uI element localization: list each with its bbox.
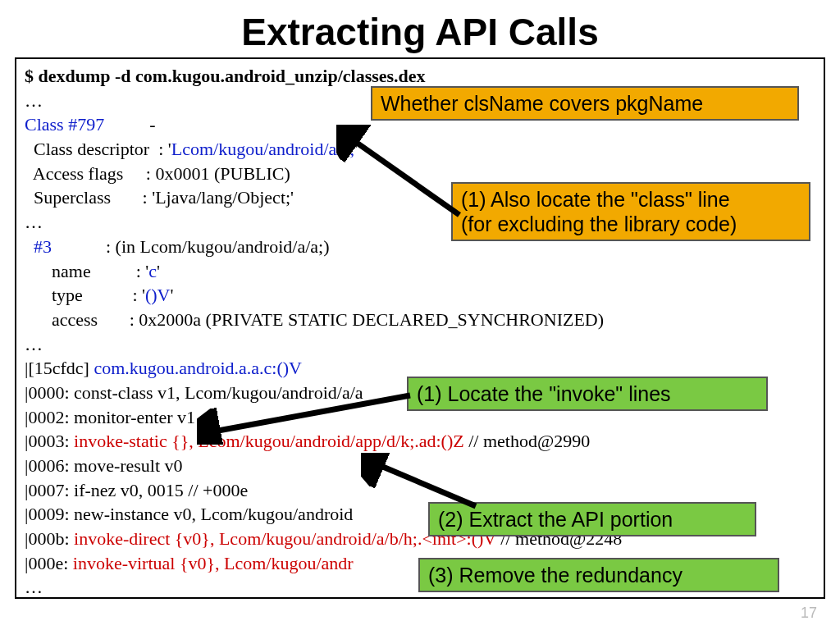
- svg-line-3: [209, 395, 410, 432]
- svg-line-1: [349, 137, 459, 215]
- callout-locate-invoke: (1) Locate the "invoke" lines: [407, 377, 768, 411]
- arrow-to-invoke: [197, 387, 427, 445]
- code-box: $ dexdump -d com.kugou.android_unzip/cla…: [15, 57, 825, 599]
- page-number: 17: [801, 605, 817, 622]
- callout-class-line: (1) Also locate the "class" line (for ex…: [451, 182, 810, 241]
- cmd-line: $ dexdump -d com.kugou.android_unzip/cla…: [25, 64, 815, 89]
- method-name: name : 'c': [25, 259, 815, 284]
- method-access: access : 0x2000a (PRIVATE STATIC DECLARE…: [25, 308, 815, 332]
- ellipsis: …: [25, 332, 815, 357]
- callout-clsname: Whether clsName covers pkgName: [371, 86, 799, 121]
- svg-line-5: [373, 463, 476, 506]
- method-type: type : '()V': [25, 283, 815, 308]
- arrow-to-api-portion: [361, 453, 492, 518]
- callout-remove-redundancy: (3) Remove the redundancy: [418, 558, 779, 592]
- page-title: Extracting API Calls: [0, 10, 840, 54]
- arrow-to-descriptor: [336, 125, 468, 231]
